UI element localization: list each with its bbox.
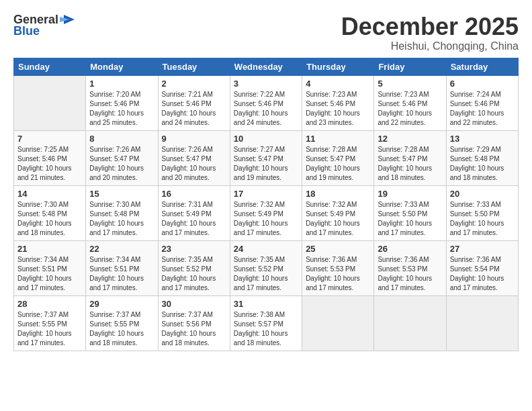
- cell-info: Sunrise: 7:28 AM Sunset: 5:47 PM Dayligh…: [306, 145, 370, 183]
- cell-info: Sunrise: 7:35 AM Sunset: 5:52 PM Dayligh…: [162, 255, 226, 293]
- day-number: 3: [234, 79, 298, 89]
- logo-blue-text: Blue: [13, 24, 40, 38]
- week-row: 14Sunrise: 7:30 AM Sunset: 5:48 PM Dayli…: [14, 185, 519, 240]
- calendar-header-monday: Monday: [86, 58, 158, 75]
- cell-info: Sunrise: 7:30 AM Sunset: 5:48 PM Dayligh…: [89, 200, 154, 238]
- calendar-cell: 11Sunrise: 7:28 AM Sunset: 5:47 PM Dayli…: [302, 130, 374, 185]
- day-number: 18: [306, 189, 370, 199]
- calendar-header-thursday: Thursday: [302, 58, 374, 75]
- calendar-cell: 29Sunrise: 7:37 AM Sunset: 5:55 PM Dayli…: [86, 295, 158, 351]
- cell-info: Sunrise: 7:32 AM Sunset: 5:49 PM Dayligh…: [306, 200, 370, 238]
- calendar-cell: 26Sunrise: 7:36 AM Sunset: 5:53 PM Dayli…: [374, 240, 446, 295]
- day-number: 29: [89, 299, 154, 309]
- location: Heishui, Chongqing, China: [341, 40, 519, 52]
- calendar-cell: 16Sunrise: 7:31 AM Sunset: 5:49 PM Dayli…: [158, 185, 230, 240]
- logo-container: General Blue: [13, 13, 77, 38]
- day-number: 6: [450, 79, 515, 89]
- cell-info: Sunrise: 7:36 AM Sunset: 5:53 PM Dayligh…: [306, 255, 370, 293]
- calendar-cell: [446, 295, 518, 351]
- day-number: 15: [89, 189, 154, 199]
- day-number: 5: [378, 79, 442, 89]
- day-number: 26: [378, 244, 442, 254]
- calendar-cell: 27Sunrise: 7:36 AM Sunset: 5:54 PM Dayli…: [446, 240, 518, 295]
- cell-info: Sunrise: 7:37 AM Sunset: 5:55 PM Dayligh…: [89, 310, 154, 348]
- cell-info: Sunrise: 7:37 AM Sunset: 5:55 PM Dayligh…: [17, 310, 82, 348]
- logo-arrow-icon: [60, 13, 77, 26]
- cell-info: Sunrise: 7:38 AM Sunset: 5:57 PM Dayligh…: [234, 310, 298, 348]
- calendar-cell: 15Sunrise: 7:30 AM Sunset: 5:48 PM Dayli…: [86, 185, 158, 240]
- calendar-cell: 21Sunrise: 7:34 AM Sunset: 5:51 PM Dayli…: [14, 240, 86, 295]
- cell-info: Sunrise: 7:34 AM Sunset: 5:51 PM Dayligh…: [89, 255, 154, 293]
- cell-info: Sunrise: 7:36 AM Sunset: 5:53 PM Dayligh…: [378, 255, 442, 293]
- title-block: December 2025 Heishui, Chongqing, China: [341, 13, 519, 52]
- day-number: 27: [450, 244, 515, 254]
- day-number: 16: [162, 189, 226, 199]
- calendar-cell: 6Sunrise: 7:24 AM Sunset: 5:46 PM Daylig…: [446, 75, 518, 130]
- calendar-header-friday: Friday: [374, 58, 446, 75]
- week-row: 28Sunrise: 7:37 AM Sunset: 5:55 PM Dayli…: [14, 295, 519, 351]
- logo: General Blue: [13, 13, 77, 38]
- calendar-cell: 18Sunrise: 7:32 AM Sunset: 5:49 PM Dayli…: [302, 185, 374, 240]
- cell-info: Sunrise: 7:32 AM Sunset: 5:49 PM Dayligh…: [234, 200, 298, 238]
- week-row: 21Sunrise: 7:34 AM Sunset: 5:51 PM Dayli…: [14, 240, 519, 295]
- day-number: 25: [306, 244, 370, 254]
- calendar-cell: [302, 295, 374, 351]
- cell-info: Sunrise: 7:23 AM Sunset: 5:46 PM Dayligh…: [306, 90, 370, 128]
- cell-info: Sunrise: 7:37 AM Sunset: 5:56 PM Dayligh…: [162, 310, 226, 348]
- calendar-body: 1Sunrise: 7:20 AM Sunset: 5:46 PM Daylig…: [14, 75, 519, 351]
- day-number: 7: [17, 134, 82, 144]
- page: General Blue December 2025 Heishui, Chon…: [0, 0, 532, 411]
- cell-info: Sunrise: 7:30 AM Sunset: 5:48 PM Dayligh…: [17, 200, 82, 238]
- calendar-cell: 30Sunrise: 7:37 AM Sunset: 5:56 PM Dayli…: [158, 295, 230, 351]
- cell-info: Sunrise: 7:35 AM Sunset: 5:52 PM Dayligh…: [234, 255, 298, 293]
- calendar-header-wednesday: Wednesday: [230, 58, 302, 75]
- calendar-header-row: SundayMondayTuesdayWednesdayThursdayFrid…: [14, 58, 519, 75]
- calendar-cell: [14, 75, 86, 130]
- day-number: 19: [378, 189, 442, 199]
- day-number: 2: [162, 79, 226, 89]
- day-number: 1: [89, 79, 154, 89]
- calendar-cell: 25Sunrise: 7:36 AM Sunset: 5:53 PM Dayli…: [302, 240, 374, 295]
- calendar-cell: 28Sunrise: 7:37 AM Sunset: 5:55 PM Dayli…: [14, 295, 86, 351]
- calendar-cell: 1Sunrise: 7:20 AM Sunset: 5:46 PM Daylig…: [86, 75, 158, 130]
- cell-info: Sunrise: 7:23 AM Sunset: 5:46 PM Dayligh…: [378, 90, 442, 128]
- day-number: 12: [378, 134, 442, 144]
- cell-info: Sunrise: 7:21 AM Sunset: 5:46 PM Dayligh…: [162, 90, 226, 128]
- calendar-cell: 17Sunrise: 7:32 AM Sunset: 5:49 PM Dayli…: [230, 185, 302, 240]
- calendar-header-sunday: Sunday: [14, 58, 86, 75]
- calendar-header-saturday: Saturday: [446, 58, 518, 75]
- cell-info: Sunrise: 7:26 AM Sunset: 5:47 PM Dayligh…: [89, 145, 154, 183]
- day-number: 31: [234, 299, 298, 309]
- calendar-cell: 7Sunrise: 7:25 AM Sunset: 5:46 PM Daylig…: [14, 130, 86, 185]
- calendar-cell: 8Sunrise: 7:26 AM Sunset: 5:47 PM Daylig…: [86, 130, 158, 185]
- cell-info: Sunrise: 7:20 AM Sunset: 5:46 PM Dayligh…: [89, 90, 154, 128]
- day-number: 8: [89, 134, 154, 144]
- cell-info: Sunrise: 7:36 AM Sunset: 5:54 PM Dayligh…: [450, 255, 515, 293]
- day-number: 17: [234, 189, 298, 199]
- calendar-header-tuesday: Tuesday: [158, 58, 230, 75]
- day-number: 13: [450, 134, 515, 144]
- week-row: 1Sunrise: 7:20 AM Sunset: 5:46 PM Daylig…: [14, 75, 519, 130]
- week-row: 7Sunrise: 7:25 AM Sunset: 5:46 PM Daylig…: [14, 130, 519, 185]
- day-number: 4: [306, 79, 370, 89]
- calendar-cell: 20Sunrise: 7:33 AM Sunset: 5:50 PM Dayli…: [446, 185, 518, 240]
- calendar-cell: 10Sunrise: 7:27 AM Sunset: 5:47 PM Dayli…: [230, 130, 302, 185]
- calendar-cell: 3Sunrise: 7:22 AM Sunset: 5:46 PM Daylig…: [230, 75, 302, 130]
- calendar-cell: 9Sunrise: 7:26 AM Sunset: 5:47 PM Daylig…: [158, 130, 230, 185]
- calendar-cell: 4Sunrise: 7:23 AM Sunset: 5:46 PM Daylig…: [302, 75, 374, 130]
- cell-info: Sunrise: 7:26 AM Sunset: 5:47 PM Dayligh…: [162, 145, 226, 183]
- cell-info: Sunrise: 7:29 AM Sunset: 5:48 PM Dayligh…: [450, 145, 515, 183]
- calendar-cell: 2Sunrise: 7:21 AM Sunset: 5:46 PM Daylig…: [158, 75, 230, 130]
- cell-info: Sunrise: 7:24 AM Sunset: 5:46 PM Dayligh…: [450, 90, 515, 128]
- cell-info: Sunrise: 7:31 AM Sunset: 5:49 PM Dayligh…: [162, 200, 226, 238]
- calendar-table: SundayMondayTuesdayWednesdayThursdayFrid…: [13, 58, 519, 351]
- day-number: 14: [17, 189, 82, 199]
- cell-info: Sunrise: 7:25 AM Sunset: 5:46 PM Dayligh…: [17, 145, 82, 183]
- header: General Blue December 2025 Heishui, Chon…: [13, 13, 519, 52]
- calendar-cell: 19Sunrise: 7:33 AM Sunset: 5:50 PM Dayli…: [374, 185, 446, 240]
- calendar-cell: 31Sunrise: 7:38 AM Sunset: 5:57 PM Dayli…: [230, 295, 302, 351]
- calendar-cell: 14Sunrise: 7:30 AM Sunset: 5:48 PM Dayli…: [14, 185, 86, 240]
- day-number: 28: [17, 299, 82, 309]
- cell-info: Sunrise: 7:33 AM Sunset: 5:50 PM Dayligh…: [450, 200, 515, 238]
- day-number: 11: [306, 134, 370, 144]
